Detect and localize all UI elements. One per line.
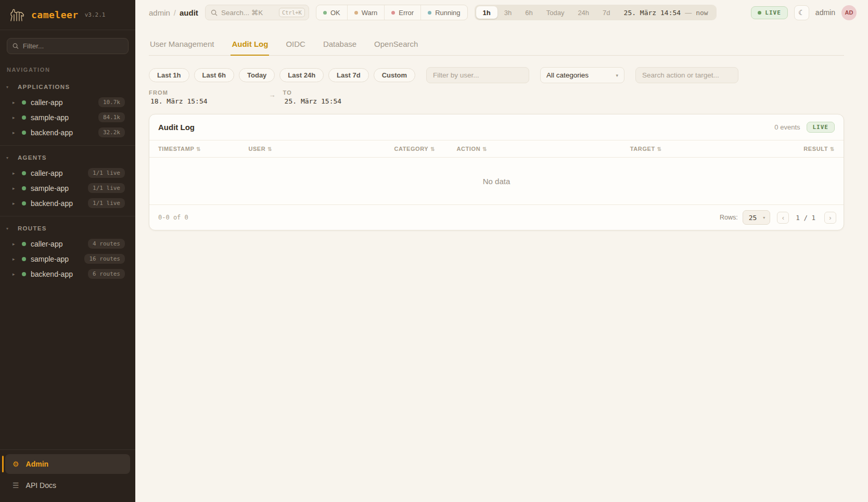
col-target[interactable]: TARGET⇅	[621, 140, 795, 158]
routes-badge: 4 routes	[88, 239, 125, 249]
live-dot	[758, 11, 761, 15]
status-filter-error[interactable]: Error	[384, 5, 420, 20]
audit-card-title: Audit Log	[158, 123, 195, 132]
col-result[interactable]: RESULT⇅	[795, 140, 844, 158]
error-dot	[391, 11, 395, 15]
sidebar-item-api-docs[interactable]: ☰ API Docs	[5, 476, 130, 495]
username-label: admin	[815, 8, 835, 17]
breadcrumb-admin[interactable]: admin	[149, 8, 170, 17]
chevron-right-icon: ▸	[12, 130, 22, 135]
chevron-right-icon: ▸	[12, 186, 22, 191]
quick-range-today[interactable]: Today	[239, 68, 275, 82]
avatar[interactable]: AD	[841, 5, 857, 20]
app-root: cameleer v3.2.1 NAVIGATION ▾ APPLICATION…	[0, 0, 868, 502]
quick-range-last-1h[interactable]: Last 1h	[149, 68, 189, 82]
sidebar-nav: ▾ APPLICATIONS ▸ caller-app 10.7k ▸ samp…	[0, 75, 135, 449]
rows-per-page-select[interactable]: 25 ▾	[743, 210, 771, 225]
live-badge: 1/1 live	[88, 168, 125, 178]
live-indicator[interactable]: LIVE	[751, 6, 788, 19]
nav-group-routes: ▾ ROUTES ▸ caller-app 4 routes ▸ sample-…	[0, 216, 135, 287]
sidebar-item-routes-backend-app[interactable]: ▸ backend-app 6 routes	[0, 266, 135, 281]
breadcrumb-audit: audit	[180, 8, 198, 17]
nav-group-header-agents[interactable]: ▾ AGENTS	[0, 150, 135, 165]
ok-dot	[323, 11, 327, 15]
result-range: 0-0 of 0	[158, 214, 188, 221]
quick-range-last-24h[interactable]: Last 24h	[279, 68, 324, 82]
sidebar-filter-input[interactable]	[23, 42, 123, 50]
col-timestamp[interactable]: TIMESTAMP⇅	[149, 140, 239, 158]
chevron-right-icon: ▸	[12, 100, 22, 105]
col-action[interactable]: ACTION⇅	[448, 140, 621, 158]
menu-lines-icon: ☰	[12, 481, 19, 490]
sort-icon: ⇅	[430, 146, 435, 152]
live-badge: LIVE	[807, 122, 835, 133]
audit-card-header: Audit Log 0 events LIVE	[149, 114, 844, 140]
quick-range-last-6h[interactable]: Last 6h	[194, 68, 235, 82]
audit-log-card: Audit Log 0 events LIVE TIMESTAMP⇅ USER⇅…	[149, 114, 844, 230]
chevron-right-icon: ▸	[12, 272, 22, 277]
sidebar-item-routes-sample-app[interactable]: ▸ sample-app 16 routes	[0, 251, 135, 266]
quick-range-last-7d[interactable]: Last 7d	[328, 68, 369, 82]
nav-group-applications: ▾ APPLICATIONS ▸ caller-app 10.7k ▸ samp…	[0, 75, 135, 145]
sidebar-item-agent-caller-app[interactable]: ▸ caller-app 1/1 live	[0, 165, 135, 181]
pagination-bar: 0-0 of 0 Rows: 25 ▾ ‹ 1 / 1 ›	[149, 204, 844, 230]
sidebar-item-agent-sample-app[interactable]: ▸ sample-app 1/1 live	[0, 181, 135, 196]
routes-badge: 6 routes	[88, 269, 125, 279]
tab-bar: User Management Audit Log OIDC Database …	[149, 36, 844, 56]
sidebar-item-admin[interactable]: ⚙ Admin	[5, 454, 130, 474]
time-range-display: 25. März 14:54 — now	[617, 9, 715, 17]
filter-by-user-input[interactable]: Filter by user...	[426, 67, 529, 83]
rows-label: Rows:	[720, 214, 738, 221]
chevron-down-icon: ▾	[763, 215, 765, 220]
gear-icon: ⚙	[12, 460, 19, 468]
tab-opensearch[interactable]: OpenSearch	[373, 36, 419, 55]
status-dot	[22, 171, 26, 175]
theme-toggle-button[interactable]: ☾	[794, 5, 809, 20]
search-icon	[12, 43, 19, 49]
chevron-right-icon: ▸	[12, 241, 22, 247]
table-header-row: TIMESTAMP⇅ USER⇅ CATEGORY⇅ ACTION⇅ TARGE…	[149, 140, 844, 158]
search-action-target-input[interactable]: Search action or target...	[635, 67, 738, 83]
tab-database[interactable]: Database	[322, 36, 358, 55]
status-filter-warn[interactable]: Warn	[347, 5, 385, 20]
tab-oidc[interactable]: OIDC	[285, 36, 307, 55]
tab-user-management[interactable]: User Management	[149, 36, 215, 55]
sidebar-item-agent-backend-app[interactable]: ▸ backend-app 1/1 live	[0, 196, 135, 211]
tab-audit-log[interactable]: Audit Log	[231, 36, 269, 55]
time-range-24h[interactable]: 24h	[571, 6, 596, 19]
sidebar-item-caller-app[interactable]: ▸ caller-app 10.7k	[0, 95, 135, 110]
sidebar: cameleer v3.2.1 NAVIGATION ▾ APPLICATION…	[0, 0, 135, 502]
topbar-right: LIVE ☾ admin AD	[751, 5, 857, 20]
to-datetime[interactable]: TO 25. März 15:54	[283, 89, 342, 105]
status-filter-running[interactable]: Running	[420, 5, 467, 20]
category-select[interactable]: All categories ▾	[540, 67, 624, 83]
sidebar-filter[interactable]	[7, 38, 129, 54]
sidebar-item-sample-app[interactable]: ▸ sample-app 84.1k	[0, 110, 135, 125]
prev-page-button[interactable]: ‹	[777, 212, 789, 224]
col-user[interactable]: USER⇅	[239, 140, 385, 158]
sidebar-item-routes-caller-app[interactable]: ▸ caller-app 4 routes	[0, 236, 135, 251]
caret-down-icon: ▾	[6, 226, 18, 231]
time-range-7d[interactable]: 7d	[596, 6, 617, 19]
time-range-3h[interactable]: 3h	[497, 6, 518, 19]
shortcut-kbd: Ctrl+K	[279, 8, 305, 17]
time-range-6h[interactable]: 6h	[518, 6, 539, 19]
nav-group-header-applications[interactable]: ▾ APPLICATIONS	[0, 79, 135, 95]
next-page-button[interactable]: ›	[824, 212, 836, 224]
from-datetime[interactable]: FROM 18. März 15:54	[149, 89, 208, 105]
col-category[interactable]: CATEGORY⇅	[385, 140, 448, 158]
time-range-1h[interactable]: 1h	[476, 6, 497, 19]
sidebar-item-backend-app[interactable]: ▸ backend-app 32.2k	[0, 125, 135, 140]
time-range-today[interactable]: Today	[540, 6, 571, 19]
status-filter-ok[interactable]: OK	[316, 5, 347, 20]
search-placeholder: Search... ⌘K	[221, 8, 275, 17]
sort-icon: ⇅	[482, 146, 487, 152]
brand-version: v3.2.1	[85, 11, 106, 18]
nav-group-header-routes[interactable]: ▾ ROUTES	[0, 221, 135, 236]
sort-icon: ⇅	[830, 146, 835, 152]
nav-group-agents: ▾ AGENTS ▸ caller-app 1/1 live ▸ sample-…	[0, 145, 135, 216]
quick-range-custom[interactable]: Custom	[374, 68, 415, 82]
status-dot	[22, 131, 26, 135]
moon-icon: ☾	[798, 8, 805, 17]
global-search-input[interactable]: Search... ⌘K Ctrl+K	[205, 5, 309, 20]
